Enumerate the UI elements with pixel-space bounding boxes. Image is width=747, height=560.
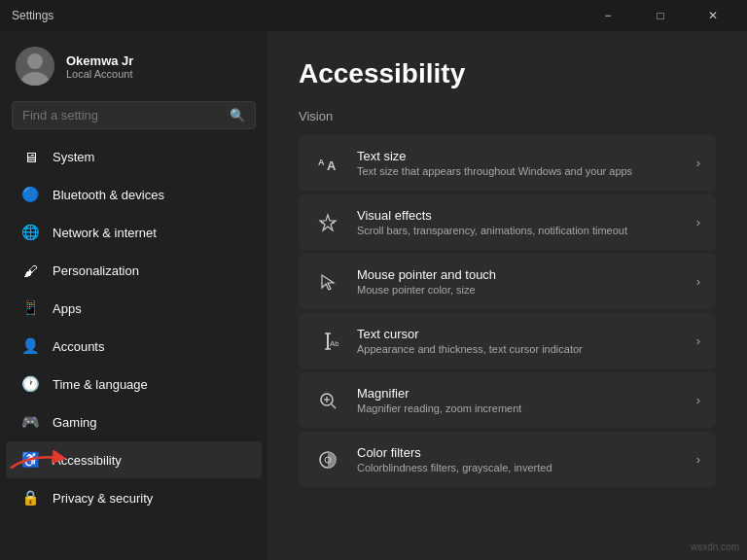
visual-effects-chevron-icon: › <box>696 215 700 229</box>
text-size-text: Text sizeText size that appears througho… <box>357 149 681 177</box>
sidebar-item-time[interactable]: 🕐Time & language <box>6 366 262 402</box>
magnifier-icon <box>314 387 341 414</box>
network-icon: 🌐 <box>21 224 39 241</box>
gaming-icon: 🎮 <box>21 413 39 431</box>
sidebar-item-bluetooth[interactable]: 🔵Bluetooth & devices <box>6 176 262 213</box>
apps-icon: 📱 <box>21 299 39 317</box>
settings-item-text-cursor[interactable]: Ab Text cursorAppearance and thickness, … <box>299 313 716 368</box>
titlebar: Settings − □ ✕ <box>0 0 747 31</box>
sidebar-item-label-privacy: Privacy & security <box>53 491 153 506</box>
svg-text:A: A <box>327 158 337 173</box>
search-box[interactable]: 🔍 <box>12 101 256 129</box>
mouse-pointer-icon <box>314 268 341 296</box>
settings-item-visual-effects[interactable]: Visual effectsScroll bars, transparency,… <box>299 194 716 250</box>
text-size-chevron-icon: › <box>696 156 700 170</box>
section-title: Vision <box>299 109 716 123</box>
sidebar-item-gaming[interactable]: 🎮Gaming <box>6 403 262 440</box>
settings-item-text-size[interactable]: A A Text sizeText size that appears thro… <box>299 135 716 191</box>
close-button[interactable]: ✕ <box>691 0 735 31</box>
accounts-icon: 👤 <box>21 337 39 355</box>
text-size-label: Text size <box>357 149 681 163</box>
visual-effects-label: Visual effects <box>357 208 681 223</box>
color-filters-chevron-icon: › <box>696 452 700 467</box>
sidebar-item-label-apps: Apps <box>53 301 82 316</box>
sidebar-item-label-personalization: Personalization <box>53 263 139 278</box>
mouse-pointer-description: Mouse pointer color, size <box>357 284 681 296</box>
minimize-button[interactable]: − <box>586 0 630 31</box>
sidebar-item-label-accounts: Accounts <box>53 339 104 354</box>
text-size-icon: A A <box>314 150 341 177</box>
visual-effects-icon <box>314 209 341 236</box>
system-icon: 🖥 <box>21 148 39 165</box>
text-size-description: Text size that appears throughout Window… <box>357 165 681 177</box>
settings-item-color-filters[interactable]: Color filtersColorblindness filters, gra… <box>299 432 716 487</box>
user-account-type: Local Account <box>66 68 133 80</box>
main-layout: Okemwa Jr Local Account 🔍 🖥System🔵Blueto… <box>0 31 747 560</box>
color-filters-text: Color filtersColorblindness filters, gra… <box>357 445 681 473</box>
search-icon: 🔍 <box>230 108 245 122</box>
nav-list: 🖥System🔵Bluetooth & devices🌐Network & in… <box>0 137 267 517</box>
search-input[interactable] <box>22 108 222 122</box>
text-cursor-description: Appearance and thickness, text cursor in… <box>357 343 681 355</box>
sidebar-item-label-gaming: Gaming <box>53 415 97 430</box>
color-filters-description: Colorblindness filters, grayscale, inver… <box>357 462 681 473</box>
personalization-icon: 🖌 <box>21 262 39 279</box>
color-filters-label: Color filters <box>357 445 681 460</box>
mouse-pointer-chevron-icon: › <box>696 274 700 289</box>
settings-item-mouse-pointer[interactable]: Mouse pointer and touchMouse pointer col… <box>299 254 716 309</box>
mouse-pointer-text: Mouse pointer and touchMouse pointer col… <box>357 267 681 296</box>
svg-point-1 <box>27 53 43 69</box>
magnifier-label: Magnifier <box>357 386 681 401</box>
mouse-pointer-label: Mouse pointer and touch <box>357 267 681 282</box>
sidebar-item-label-accessibility: Accessibility <box>53 453 122 468</box>
magnifier-description: Magnifier reading, zoom increment <box>357 402 681 414</box>
app-title: Settings <box>12 9 53 22</box>
sidebar: Okemwa Jr Local Account 🔍 🖥System🔵Blueto… <box>0 31 267 560</box>
accessibility-icon: ♿ <box>21 451 39 469</box>
watermark: wsxdn.com <box>691 542 739 552</box>
bluetooth-icon: 🔵 <box>21 186 39 203</box>
maximize-button[interactable]: □ <box>638 0 683 31</box>
user-profile[interactable]: Okemwa Jr Local Account <box>0 31 267 97</box>
sidebar-item-system[interactable]: 🖥System <box>6 138 262 175</box>
page-title: Accessibility <box>299 58 716 89</box>
sidebar-item-label-time: Time & language <box>53 377 148 392</box>
sidebar-item-label-network: Network & internet <box>53 226 157 240</box>
sidebar-item-network[interactable]: 🌐Network & internet <box>6 214 262 251</box>
sidebar-item-privacy[interactable]: 🔒Privacy & security <box>6 479 262 516</box>
magnifier-chevron-icon: › <box>696 393 700 407</box>
text-cursor-text: Text cursorAppearance and thickness, tex… <box>357 327 681 355</box>
settings-list: A A Text sizeText size that appears thro… <box>299 135 716 487</box>
text-cursor-chevron-icon: › <box>696 333 700 348</box>
visual-effects-text: Visual effectsScroll bars, transparency,… <box>357 208 681 236</box>
privacy-icon: 🔒 <box>21 489 39 507</box>
content-area: Accessibility Vision A A Text sizeText s… <box>267 31 747 560</box>
text-cursor-label: Text cursor <box>357 327 681 341</box>
sidebar-item-accounts[interactable]: 👤Accounts <box>6 328 262 365</box>
magnifier-text: MagnifierMagnifier reading, zoom increme… <box>357 386 681 414</box>
text-cursor-icon: Ab <box>314 328 341 355</box>
avatar <box>16 47 54 86</box>
svg-line-12 <box>332 404 336 408</box>
svg-text:A: A <box>318 158 325 167</box>
user-info: Okemwa Jr Local Account <box>66 53 133 80</box>
sidebar-item-apps[interactable]: 📱Apps <box>6 290 262 327</box>
window-controls: − □ ✕ <box>586 0 735 31</box>
visual-effects-description: Scroll bars, transparency, animations, n… <box>357 225 681 236</box>
color-filters-icon <box>314 446 341 473</box>
sidebar-item-label-system: System <box>53 150 94 164</box>
sidebar-item-label-bluetooth: Bluetooth & devices <box>53 188 164 202</box>
svg-text:Ab: Ab <box>330 339 338 348</box>
settings-item-magnifier[interactable]: MagnifierMagnifier reading, zoom increme… <box>299 372 716 428</box>
sidebar-item-personalization[interactable]: 🖌Personalization <box>6 252 262 289</box>
user-name: Okemwa Jr <box>66 53 133 68</box>
sidebar-item-accessibility[interactable]: ♿Accessibility <box>6 441 262 478</box>
time-icon: 🕐 <box>21 375 39 393</box>
